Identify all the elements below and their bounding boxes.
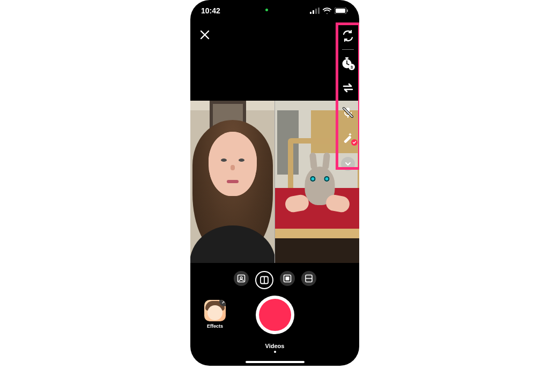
duet-layout-row xyxy=(190,271,359,289)
layout-pip-button[interactable] xyxy=(280,271,295,286)
layout-pip-icon xyxy=(283,274,292,283)
timer-badge-text: 3 xyxy=(351,65,353,70)
right-toolbar: 3 xyxy=(340,28,356,172)
status-location-dot-icon xyxy=(265,9,268,11)
layout-side-by-side-icon xyxy=(259,275,269,285)
phone-frame: 10:42 xyxy=(190,0,359,366)
swap-layout-button[interactable] xyxy=(340,80,356,96)
toolbar-divider xyxy=(342,49,354,50)
svg-point-14 xyxy=(240,277,242,279)
swap-layout-icon xyxy=(342,81,354,94)
home-indicator[interactable] xyxy=(246,361,305,363)
layout-green-screen-icon xyxy=(237,274,246,283)
mic-toggle-button[interactable] xyxy=(340,104,356,120)
expand-toolbar-button[interactable] xyxy=(340,156,356,172)
chevron-down-icon xyxy=(344,160,352,168)
status-right xyxy=(310,7,348,14)
svg-rect-2 xyxy=(315,9,317,14)
status-time: 10:42 xyxy=(201,6,220,15)
mic-off-icon xyxy=(342,106,354,119)
svg-rect-1 xyxy=(313,10,314,14)
duet-left-pane xyxy=(190,101,275,263)
record-inner-icon xyxy=(259,299,291,331)
svg-rect-18 xyxy=(285,277,289,281)
flip-camera-button[interactable] xyxy=(340,28,356,44)
effects-label: Effects xyxy=(204,323,226,329)
battery-icon xyxy=(335,7,348,14)
close-icon xyxy=(199,29,210,40)
layout-top-bottom-icon xyxy=(305,274,313,283)
effects-clear-icon xyxy=(219,300,226,306)
timer-button[interactable]: 3 xyxy=(340,55,356,71)
capture-mode-row[interactable]: Videos xyxy=(190,343,359,353)
record-button[interactable] xyxy=(256,296,294,334)
effects-button[interactable]: Effects xyxy=(204,300,226,329)
beautify-button[interactable] xyxy=(340,129,356,145)
layout-top-bottom-button[interactable] xyxy=(301,271,316,286)
capture-mode-indicator-icon xyxy=(274,351,276,353)
svg-rect-6 xyxy=(347,10,348,12)
svg-rect-3 xyxy=(318,7,320,14)
close-button[interactable] xyxy=(198,28,212,42)
status-bar: 10:42 xyxy=(190,0,359,21)
svg-rect-5 xyxy=(336,9,345,13)
beautify-on-badge-icon xyxy=(351,139,358,146)
svg-rect-12 xyxy=(344,135,352,144)
layout-green-screen-button[interactable] xyxy=(234,271,249,286)
svg-rect-9 xyxy=(346,58,347,60)
wifi-icon xyxy=(323,7,331,14)
svg-rect-0 xyxy=(310,12,311,14)
cellular-signal-icon xyxy=(310,7,320,14)
flip-camera-icon xyxy=(342,29,354,42)
capture-mode-label: Videos xyxy=(190,343,359,349)
camera-viewfinder xyxy=(190,101,359,263)
effects-thumbnail xyxy=(204,300,226,321)
layout-side-by-side-button[interactable] xyxy=(255,271,273,289)
timer-icon: 3 xyxy=(341,56,355,70)
